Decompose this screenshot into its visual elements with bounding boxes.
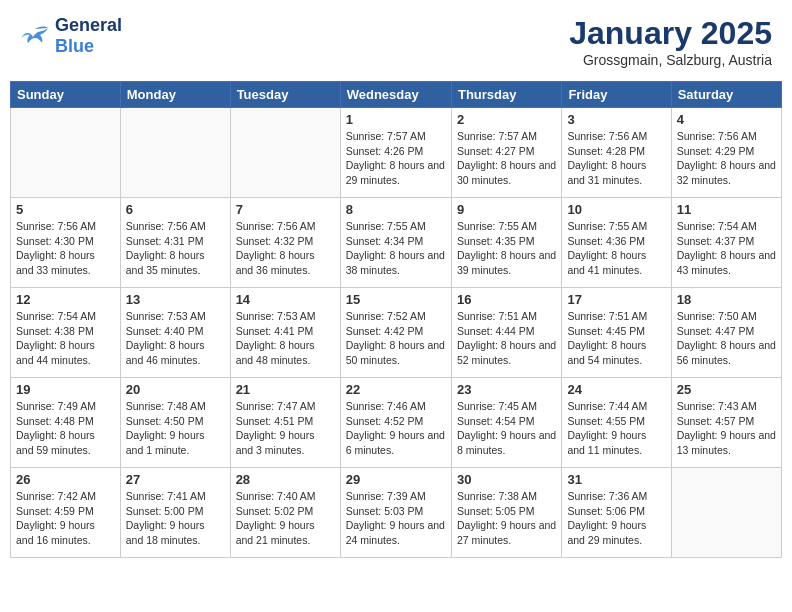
day-number: 21 bbox=[236, 382, 335, 397]
day-info: Sunrise: 7:54 AM Sunset: 4:37 PM Dayligh… bbox=[677, 219, 776, 278]
day-number: 5 bbox=[16, 202, 115, 217]
day-info: Sunrise: 7:36 AM Sunset: 5:06 PM Dayligh… bbox=[567, 489, 665, 548]
page-header: General Blue January 2025 Grossgmain, Sa… bbox=[10, 10, 782, 73]
day-number: 16 bbox=[457, 292, 556, 307]
day-number: 18 bbox=[677, 292, 776, 307]
calendar-header-saturday: Saturday bbox=[671, 82, 781, 108]
day-number: 30 bbox=[457, 472, 556, 487]
calendar-table: SundayMondayTuesdayWednesdayThursdayFrid… bbox=[10, 81, 782, 558]
calendar-cell bbox=[671, 468, 781, 558]
week-row-4: 26Sunrise: 7:42 AM Sunset: 4:59 PM Dayli… bbox=[11, 468, 782, 558]
calendar-cell: 13Sunrise: 7:53 AM Sunset: 4:40 PM Dayli… bbox=[120, 288, 230, 378]
day-info: Sunrise: 7:54 AM Sunset: 4:38 PM Dayligh… bbox=[16, 309, 115, 368]
day-info: Sunrise: 7:53 AM Sunset: 4:41 PM Dayligh… bbox=[236, 309, 335, 368]
calendar-cell: 6Sunrise: 7:56 AM Sunset: 4:31 PM Daylig… bbox=[120, 198, 230, 288]
day-number: 29 bbox=[346, 472, 446, 487]
day-info: Sunrise: 7:49 AM Sunset: 4:48 PM Dayligh… bbox=[16, 399, 115, 458]
calendar-cell: 4Sunrise: 7:56 AM Sunset: 4:29 PM Daylig… bbox=[671, 108, 781, 198]
calendar-cell: 7Sunrise: 7:56 AM Sunset: 4:32 PM Daylig… bbox=[230, 198, 340, 288]
calendar-cell: 11Sunrise: 7:54 AM Sunset: 4:37 PM Dayli… bbox=[671, 198, 781, 288]
calendar-cell: 10Sunrise: 7:55 AM Sunset: 4:36 PM Dayli… bbox=[562, 198, 671, 288]
day-number: 24 bbox=[567, 382, 665, 397]
location-text: Grossgmain, Salzburg, Austria bbox=[569, 52, 772, 68]
calendar-cell: 23Sunrise: 7:45 AM Sunset: 4:54 PM Dayli… bbox=[451, 378, 561, 468]
day-number: 6 bbox=[126, 202, 225, 217]
calendar-cell: 22Sunrise: 7:46 AM Sunset: 4:52 PM Dayli… bbox=[340, 378, 451, 468]
calendar-cell: 15Sunrise: 7:52 AM Sunset: 4:42 PM Dayli… bbox=[340, 288, 451, 378]
logo-bird-icon bbox=[20, 25, 50, 47]
title-block: January 2025 Grossgmain, Salzburg, Austr… bbox=[569, 15, 772, 68]
day-info: Sunrise: 7:38 AM Sunset: 5:05 PM Dayligh… bbox=[457, 489, 556, 548]
day-number: 25 bbox=[677, 382, 776, 397]
day-number: 8 bbox=[346, 202, 446, 217]
calendar-cell bbox=[230, 108, 340, 198]
day-info: Sunrise: 7:51 AM Sunset: 4:44 PM Dayligh… bbox=[457, 309, 556, 368]
calendar-cell: 12Sunrise: 7:54 AM Sunset: 4:38 PM Dayli… bbox=[11, 288, 121, 378]
calendar-cell: 16Sunrise: 7:51 AM Sunset: 4:44 PM Dayli… bbox=[451, 288, 561, 378]
day-info: Sunrise: 7:41 AM Sunset: 5:00 PM Dayligh… bbox=[126, 489, 225, 548]
day-number: 9 bbox=[457, 202, 556, 217]
calendar-cell: 25Sunrise: 7:43 AM Sunset: 4:57 PM Dayli… bbox=[671, 378, 781, 468]
week-row-0: 1Sunrise: 7:57 AM Sunset: 4:26 PM Daylig… bbox=[11, 108, 782, 198]
day-number: 22 bbox=[346, 382, 446, 397]
day-number: 26 bbox=[16, 472, 115, 487]
logo-blue-text: Blue bbox=[55, 36, 94, 56]
day-info: Sunrise: 7:45 AM Sunset: 4:54 PM Dayligh… bbox=[457, 399, 556, 458]
calendar-cell: 31Sunrise: 7:36 AM Sunset: 5:06 PM Dayli… bbox=[562, 468, 671, 558]
calendar-header-friday: Friday bbox=[562, 82, 671, 108]
calendar-cell: 17Sunrise: 7:51 AM Sunset: 4:45 PM Dayli… bbox=[562, 288, 671, 378]
day-info: Sunrise: 7:55 AM Sunset: 4:36 PM Dayligh… bbox=[567, 219, 665, 278]
day-info: Sunrise: 7:55 AM Sunset: 4:35 PM Dayligh… bbox=[457, 219, 556, 278]
day-info: Sunrise: 7:52 AM Sunset: 4:42 PM Dayligh… bbox=[346, 309, 446, 368]
calendar-cell bbox=[120, 108, 230, 198]
calendar-header-row: SundayMondayTuesdayWednesdayThursdayFrid… bbox=[11, 82, 782, 108]
day-info: Sunrise: 7:46 AM Sunset: 4:52 PM Dayligh… bbox=[346, 399, 446, 458]
day-info: Sunrise: 7:47 AM Sunset: 4:51 PM Dayligh… bbox=[236, 399, 335, 458]
calendar-cell: 19Sunrise: 7:49 AM Sunset: 4:48 PM Dayli… bbox=[11, 378, 121, 468]
calendar-cell: 8Sunrise: 7:55 AM Sunset: 4:34 PM Daylig… bbox=[340, 198, 451, 288]
day-number: 19 bbox=[16, 382, 115, 397]
week-row-3: 19Sunrise: 7:49 AM Sunset: 4:48 PM Dayli… bbox=[11, 378, 782, 468]
logo-general-text: General bbox=[55, 15, 122, 35]
calendar-header-sunday: Sunday bbox=[11, 82, 121, 108]
calendar-header-wednesday: Wednesday bbox=[340, 82, 451, 108]
calendar-cell: 29Sunrise: 7:39 AM Sunset: 5:03 PM Dayli… bbox=[340, 468, 451, 558]
calendar-header-thursday: Thursday bbox=[451, 82, 561, 108]
calendar-cell: 9Sunrise: 7:55 AM Sunset: 4:35 PM Daylig… bbox=[451, 198, 561, 288]
calendar-header-monday: Monday bbox=[120, 82, 230, 108]
day-info: Sunrise: 7:44 AM Sunset: 4:55 PM Dayligh… bbox=[567, 399, 665, 458]
day-info: Sunrise: 7:56 AM Sunset: 4:31 PM Dayligh… bbox=[126, 219, 225, 278]
calendar-cell bbox=[11, 108, 121, 198]
day-number: 4 bbox=[677, 112, 776, 127]
day-info: Sunrise: 7:40 AM Sunset: 5:02 PM Dayligh… bbox=[236, 489, 335, 548]
day-number: 12 bbox=[16, 292, 115, 307]
day-info: Sunrise: 7:57 AM Sunset: 4:27 PM Dayligh… bbox=[457, 129, 556, 188]
day-number: 28 bbox=[236, 472, 335, 487]
day-info: Sunrise: 7:51 AM Sunset: 4:45 PM Dayligh… bbox=[567, 309, 665, 368]
calendar-cell: 3Sunrise: 7:56 AM Sunset: 4:28 PM Daylig… bbox=[562, 108, 671, 198]
day-number: 27 bbox=[126, 472, 225, 487]
day-number: 11 bbox=[677, 202, 776, 217]
calendar-header-tuesday: Tuesday bbox=[230, 82, 340, 108]
day-info: Sunrise: 7:56 AM Sunset: 4:28 PM Dayligh… bbox=[567, 129, 665, 188]
day-info: Sunrise: 7:42 AM Sunset: 4:59 PM Dayligh… bbox=[16, 489, 115, 548]
day-info: Sunrise: 7:48 AM Sunset: 4:50 PM Dayligh… bbox=[126, 399, 225, 458]
week-row-2: 12Sunrise: 7:54 AM Sunset: 4:38 PM Dayli… bbox=[11, 288, 782, 378]
day-number: 20 bbox=[126, 382, 225, 397]
day-info: Sunrise: 7:43 AM Sunset: 4:57 PM Dayligh… bbox=[677, 399, 776, 458]
day-number: 1 bbox=[346, 112, 446, 127]
calendar-cell: 5Sunrise: 7:56 AM Sunset: 4:30 PM Daylig… bbox=[11, 198, 121, 288]
day-info: Sunrise: 7:57 AM Sunset: 4:26 PM Dayligh… bbox=[346, 129, 446, 188]
calendar-cell: 18Sunrise: 7:50 AM Sunset: 4:47 PM Dayli… bbox=[671, 288, 781, 378]
calendar-cell: 20Sunrise: 7:48 AM Sunset: 4:50 PM Dayli… bbox=[120, 378, 230, 468]
calendar-cell: 14Sunrise: 7:53 AM Sunset: 4:41 PM Dayli… bbox=[230, 288, 340, 378]
calendar-cell: 30Sunrise: 7:38 AM Sunset: 5:05 PM Dayli… bbox=[451, 468, 561, 558]
week-row-1: 5Sunrise: 7:56 AM Sunset: 4:30 PM Daylig… bbox=[11, 198, 782, 288]
day-info: Sunrise: 7:56 AM Sunset: 4:32 PM Dayligh… bbox=[236, 219, 335, 278]
day-number: 15 bbox=[346, 292, 446, 307]
day-info: Sunrise: 7:56 AM Sunset: 4:29 PM Dayligh… bbox=[677, 129, 776, 188]
day-number: 14 bbox=[236, 292, 335, 307]
day-number: 10 bbox=[567, 202, 665, 217]
calendar-cell: 21Sunrise: 7:47 AM Sunset: 4:51 PM Dayli… bbox=[230, 378, 340, 468]
calendar-cell: 28Sunrise: 7:40 AM Sunset: 5:02 PM Dayli… bbox=[230, 468, 340, 558]
